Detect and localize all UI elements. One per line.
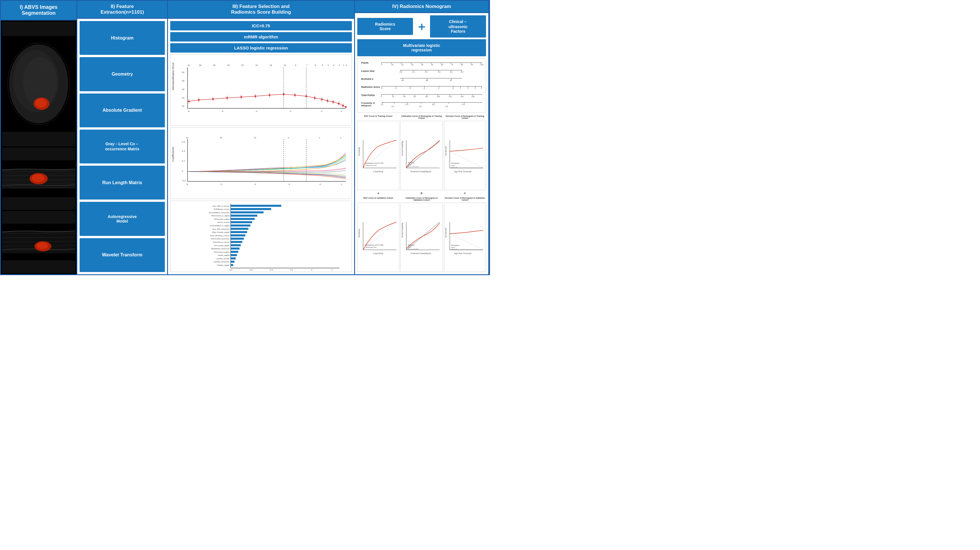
dec-validation-svg: High Risk Threshold Net Benefit Nomogram… <box>444 203 486 272</box>
svg-text:35: 35 <box>182 79 185 82</box>
nomogram-scale-svg: Points 0 10 20 30 40 50 60 70 80 90 100 … <box>360 60 484 110</box>
cal-validation-label: Calibration Curve of Nomogram in Validat… <box>401 197 442 201</box>
svg-text:1-Specificity: 1-Specificity <box>372 170 383 173</box>
svg-text:0.8: 0.8 <box>445 105 448 107</box>
cal-validation-chart: Predicted Probability(%) Actual Probabil… <box>401 203 442 272</box>
breast-svg-main <box>2 22 75 146</box>
svg-text:-4: -4 <box>395 87 396 89</box>
svg-text:2: 2 <box>339 64 340 67</box>
svg-text:0.2: 0.2 <box>182 160 185 162</box>
svg-text:Predicted Probability(%): Predicted Probability(%) <box>410 170 431 173</box>
svg-text:S22contrast_sagital: S22contrast_sagital <box>214 218 229 220</box>
label-a: A <box>357 192 399 195</box>
svg-text:0.4: 0.4 <box>182 150 185 153</box>
svg-text:1: 1 <box>343 64 344 67</box>
svg-rect-162 <box>231 257 235 259</box>
svg-text:3: 3 <box>475 87 476 89</box>
svg-text:100: 100 <box>480 64 484 66</box>
svg-text:Actual Probability: Actual Probability <box>401 141 404 156</box>
cal-training-label: Calibration Curve of Nomogram in Trainin… <box>401 115 442 119</box>
svg-text:10: 10 <box>391 64 393 66</box>
svg-text:Treat all: Treat all <box>451 248 457 250</box>
svg-text:Sensitivity: Sensitivity <box>358 147 360 156</box>
coef-paths-chart: Coefficients -8 -6 -4 -3 -2 -1 -0.2 0 0.… <box>170 127 352 199</box>
svg-text:4: 4 <box>481 87 482 89</box>
svg-text:25: 25 <box>241 64 244 67</box>
svg-text:-2: -2 <box>319 183 321 186</box>
svg-text:0.9: 0.9 <box>462 103 465 105</box>
svg-text:3: 3 <box>333 64 334 67</box>
svg-text:1.5: 1.5 <box>412 71 415 73</box>
svg-point-32 <box>37 242 48 249</box>
svg-text:10: 10 <box>284 64 286 67</box>
svg-text:Ideal: Ideal <box>408 246 412 248</box>
svg-text:4: 4 <box>328 64 329 67</box>
svg-text:S11Correlat_sagital: S11Correlat_sagital <box>214 244 229 246</box>
svg-rect-304 <box>358 219 399 256</box>
svg-text:-2: -2 <box>423 87 425 89</box>
svg-rect-151 <box>231 221 252 223</box>
svg-text:S11InvDfMom_A_sagital: S11InvDfMom_A_sagital <box>210 224 229 227</box>
breast-image-side2 <box>2 211 75 273</box>
feature-absolute-gradient: Absolute Gradient <box>80 94 165 127</box>
feature-importance-chart: Area_S55_A_coronal S040tEntrp_coronal S1… <box>170 201 352 272</box>
svg-text:160: 160 <box>471 95 474 97</box>
svg-rect-149 <box>231 215 257 216</box>
roc-row-label-validation: ROC Curve in validation Cohort Calibrati… <box>357 197 486 201</box>
svg-text:-8: -8 <box>188 110 190 113</box>
svg-text:-1: -1 <box>340 110 342 113</box>
svg-rect-146 <box>231 205 281 207</box>
feature-arm: AutoregressiveModel <box>80 202 165 236</box>
svg-text:4A: 4A <box>401 79 404 81</box>
svg-rect-150 <box>231 218 255 220</box>
feature-glcm: Gray－Level Co－occurrence Matrix <box>80 130 165 164</box>
svg-text:1: 1 <box>331 269 332 271</box>
roc-validation-svg: 1-Specificity Sensitivity Nomogram (AUC=… <box>358 203 399 272</box>
svg-text:0.4: 0.4 <box>406 103 409 105</box>
svg-text:None: None <box>451 165 455 166</box>
svg-text:-5: -5 <box>380 87 382 89</box>
lasso-error-chart: Misclassification Error 41 38 36 28 25 1… <box>170 54 352 126</box>
svg-text:S02Correlat_transverse: S02Correlat_transverse <box>211 238 229 240</box>
svg-text:40: 40 <box>182 71 185 74</box>
svg-text:Nomogram: Nomogram <box>451 162 459 164</box>
lasso-error-svg: Misclassification Error 41 38 36 28 25 1… <box>170 54 352 126</box>
roc-row-label-training: ROC Curve in Training Cohort Calibration… <box>357 115 486 119</box>
svg-text:Radomics Score: Radomics Score <box>361 86 380 88</box>
svg-text:36: 36 <box>213 64 215 67</box>
roc-validation-chart: 1-Specificity Sensitivity Nomogram (AUC=… <box>357 203 399 272</box>
breast-svg-side2 <box>2 211 75 273</box>
svg-text:Sensitivity: Sensitivity <box>358 229 360 238</box>
dec-training-chart: High Risk Threshold Net Benefit Nomogram… <box>444 121 486 190</box>
svg-text:4: 4 <box>319 137 320 139</box>
feature-geometry: Geometry <box>80 57 165 91</box>
panel-2: II) FeatureExtraction(n=1101) Histogram … <box>77 1 168 274</box>
svg-text:Bias-corrected: Bias-corrected <box>408 248 418 250</box>
breast-image-main <box>2 22 75 146</box>
plus-icon: ＋ <box>415 19 428 34</box>
svg-rect-155 <box>231 234 245 236</box>
svg-text:20: 20 <box>401 64 403 66</box>
svg-text:2: 2 <box>467 87 468 89</box>
svg-text:-8: -8 <box>186 183 188 186</box>
svg-text:Bias-corrected: Bias-corrected <box>408 166 418 167</box>
nomogram-content: RadiomicsScore ＋ Clinical－ultrasonicFact… <box>355 13 488 274</box>
step-lasso: LASSO logistic regression <box>170 43 352 52</box>
svg-text:90: 90 <box>471 64 473 66</box>
nomogram-top-row: RadiomicsScore ＋ Clinical－ultrasonicFact… <box>357 15 486 38</box>
svg-text:Predicted Probability(%): Predicted Probability(%) <box>410 253 431 255</box>
svg-text:Apparent: Apparent <box>408 162 415 164</box>
svg-text:GeoNst_coronal: GeoNst_coronal <box>216 257 229 259</box>
svg-text:Net Benefit: Net Benefit <box>444 146 447 156</box>
svg-text:40: 40 <box>421 64 423 66</box>
svg-text:-0.4: -0.4 <box>269 269 273 271</box>
svg-text:8: 8 <box>295 64 296 67</box>
svg-point-81 <box>345 106 347 108</box>
svg-text:30: 30 <box>182 88 185 91</box>
roc-training-chart: 1-Specificity Sensitivity Nomogram (AUC=… <box>357 121 399 190</box>
svg-text:0.1: 0.1 <box>380 103 383 105</box>
svg-text:-0.8: -0.8 <box>229 269 232 271</box>
svg-text:Horzl_ShrtRenp_coronal: Horzl_ShrtRenp_coronal <box>210 234 229 236</box>
panel-3-header: III) Feature Selection andRadiomics Scor… <box>168 1 354 19</box>
feature-histogram: Histogram <box>80 21 165 55</box>
